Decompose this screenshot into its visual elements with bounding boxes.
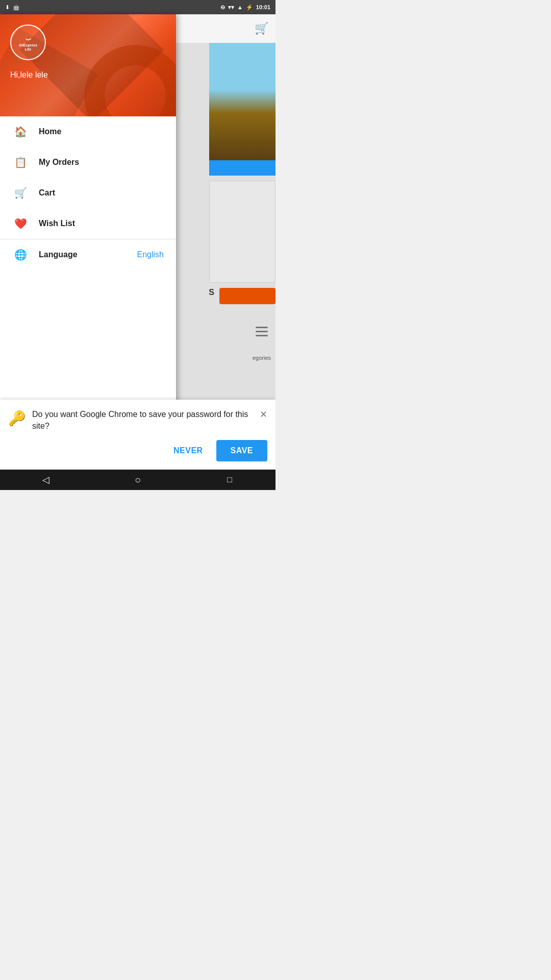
wishlist-label: Wish List [39, 219, 75, 228]
download-icon: ⬇ [5, 4, 10, 11]
logo-circle: ⌣ AliExpressLite [10, 24, 46, 60]
battery-icon: ⚡ [246, 4, 253, 11]
orders-label: My Orders [39, 158, 79, 167]
cart-icon[interactable]: 🛒 [255, 22, 268, 35]
language-icon: 🌐 [12, 247, 29, 263]
cart-label: Cart [39, 188, 55, 198]
bg-categories-text: egories [253, 355, 271, 361]
home-label: Home [39, 127, 61, 136]
sidebar-item-cart[interactable]: 🛒 Cart [0, 178, 176, 208]
bg-gray-card: egories [209, 181, 276, 283]
clock: 10:01 [256, 4, 270, 10]
android-nav-bar: ◁ ○ □ [0, 470, 276, 490]
android-icon: 🤖 [13, 4, 20, 11]
password-save-dialog: 🔑 Do you want Google Chrome to save your… [0, 400, 276, 470]
save-button[interactable]: SAVE [216, 440, 267, 461]
back-icon: ◁ [42, 474, 49, 485]
key-icon: 🔑 [8, 410, 26, 427]
close-dialog-icon[interactable]: ✕ [260, 409, 267, 420]
bg-s-text: S [209, 288, 214, 297]
language-value: English [137, 250, 164, 259]
dialog-message: Do you want Google Chrome to save your p… [32, 409, 254, 432]
back-button[interactable]: ◁ [31, 470, 61, 490]
wishlist-icon: ❤️ [12, 215, 29, 232]
recent-icon: □ [227, 475, 232, 484]
sidebar-item-language[interactable]: 🌐 Language English [0, 239, 176, 270]
home-nav-icon: ○ [135, 474, 141, 486]
logo-smile-icon: ⌣ [25, 33, 32, 43]
mute-icon: ⊖ [220, 4, 225, 11]
signal-icon: ▲ [237, 4, 243, 10]
status-left-icons: ⬇ 🤖 [5, 4, 20, 11]
sidebar-item-wishlist[interactable]: ❤️ Wish List [0, 208, 176, 239]
bg-image-card [209, 43, 276, 160]
orders-icon: 📋 [12, 154, 29, 170]
sidebar-item-home[interactable]: 🏠 Home [0, 116, 176, 147]
home-icon: 🏠 [12, 124, 29, 140]
dialog-buttons: NEVER SAVE [8, 440, 267, 461]
drawer-header: ⌣ AliExpressLite Hi,lele lele [0, 14, 176, 116]
bg-blue-bar [209, 160, 276, 176]
status-bar: ⬇ 🤖 ⊖ ▾▾ ▲ ⚡ 10:01 [0, 0, 276, 14]
bg-hamburger-icon [256, 327, 268, 336]
wifi-icon: ▾▾ [228, 4, 234, 11]
home-button[interactable]: ○ [122, 470, 153, 490]
dialog-top: 🔑 Do you want Google Chrome to save your… [8, 409, 267, 432]
logo-text: AliExpressLite [19, 43, 37, 52]
cart-nav-icon: 🛒 [12, 185, 29, 201]
bg-orange-button [219, 288, 276, 304]
never-button[interactable]: NEVER [165, 441, 211, 460]
recent-button[interactable]: □ [214, 470, 245, 490]
arc-decoration [84, 45, 176, 116]
status-right-icons: ⊖ ▾▾ ▲ ⚡ 10:01 [220, 4, 270, 11]
greeting-text: Hi,lele lele [10, 70, 166, 80]
language-label: Language [39, 250, 78, 259]
sidebar-item-orders[interactable]: 📋 My Orders [0, 147, 176, 178]
